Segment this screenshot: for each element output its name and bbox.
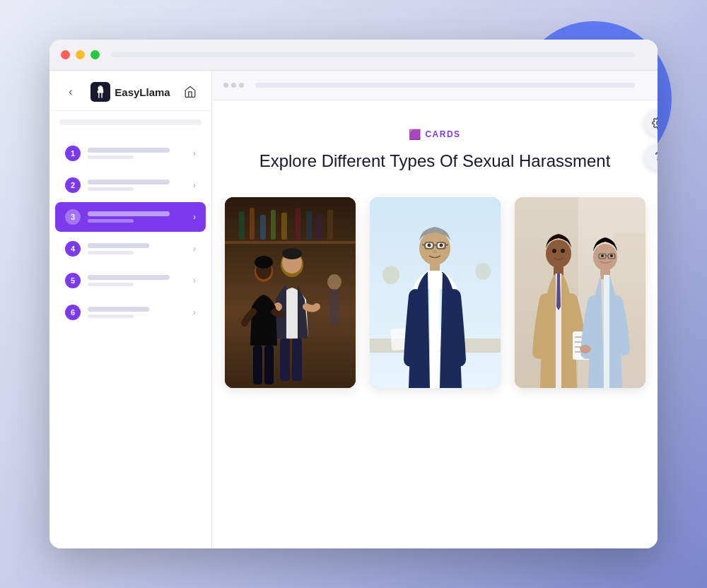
- traffic-lights: [61, 50, 100, 59]
- item-4-line-sub: [88, 251, 134, 254]
- content-panel: 🟪 CARDS Explore Different Types Of Sexua…: [212, 71, 658, 548]
- svg-point-45: [475, 263, 491, 280]
- svg-rect-13: [327, 210, 333, 240]
- chevron-icon-1: ›: [193, 148, 196, 158]
- item-1-line-sub: [88, 155, 134, 159]
- svg-rect-11: [306, 211, 312, 240]
- home-button[interactable]: [182, 83, 199, 100]
- card-3[interactable]: [515, 197, 645, 388]
- llama-icon: [90, 82, 110, 102]
- help-fab[interactable]: ?: [645, 143, 658, 170]
- gear-icon: [652, 117, 658, 129]
- item-3-line-sub: [88, 219, 134, 223]
- cards-grid: [247, 197, 622, 388]
- svg-point-2: [100, 86, 100, 87]
- sidebar-item-4[interactable]: 4 ›: [55, 234, 206, 264]
- item-5-content: [88, 275, 190, 286]
- svg-rect-7: [260, 215, 266, 240]
- item-number-5: 5: [65, 273, 81, 288]
- item-4-line-main: [88, 243, 149, 248]
- item-1-content: [88, 148, 190, 159]
- minimize-button[interactable]: [76, 50, 85, 59]
- item-number-4: 4: [65, 241, 81, 257]
- svg-point-64: [610, 254, 613, 257]
- svg-rect-43: [430, 271, 440, 388]
- svg-rect-10: [296, 208, 300, 240]
- svg-rect-24: [264, 346, 274, 384]
- sidebar-items: 1 › 2 ›: [49, 131, 211, 548]
- card-1-scene: [225, 197, 356, 388]
- item-1-line-main: [88, 148, 170, 153]
- svg-point-44: [382, 266, 399, 284]
- sidebar-search-bar[interactable]: [59, 119, 201, 125]
- sidebar-item-5[interactable]: 5 ›: [55, 266, 206, 295]
- card-3-scene: [515, 197, 645, 388]
- back-button[interactable]: ‹: [62, 83, 79, 100]
- svg-line-37: [422, 245, 425, 245]
- item-5-line-main: [88, 275, 170, 280]
- item-6-line-sub: [88, 314, 134, 318]
- browser-window: ‹ EasyLlama: [49, 40, 658, 548]
- sidebar-item-1[interactable]: 1 ›: [55, 139, 206, 168]
- svg-point-1: [99, 86, 102, 88]
- sidebar-item-6[interactable]: 6 ›: [55, 298, 206, 327]
- item-number-2: 2: [65, 177, 81, 193]
- sidebar: ‹ EasyLlama: [49, 71, 212, 548]
- item-number-6: 6: [65, 305, 81, 320]
- svg-point-63: [601, 254, 604, 257]
- chevron-icon-2: ›: [193, 180, 196, 190]
- maximize-button[interactable]: [90, 50, 100, 59]
- close-button[interactable]: [61, 50, 70, 59]
- sidebar-item-2[interactable]: 2 ›: [55, 170, 206, 200]
- svg-point-49: [546, 240, 571, 268]
- item-6-line-main: [88, 307, 149, 312]
- sidebar-header: ‹ EasyLlama: [49, 71, 211, 111]
- svg-point-51: [561, 249, 565, 253]
- svg-point-40: [439, 244, 443, 247]
- svg-rect-12: [317, 214, 322, 240]
- address-bar[interactable]: [111, 52, 635, 57]
- content-nav-bar: [212, 71, 658, 100]
- settings-fab[interactable]: [645, 110, 658, 136]
- item-number-3: 3: [65, 209, 81, 225]
- help-icon: ?: [655, 151, 658, 163]
- item-4-content: [88, 243, 190, 254]
- item-6-content: [88, 307, 190, 318]
- svg-point-59: [593, 244, 617, 271]
- svg-rect-19: [292, 339, 302, 381]
- nav-dot-2: [231, 83, 236, 88]
- card-2[interactable]: [370, 197, 501, 388]
- nav-dot-1: [223, 83, 228, 88]
- cards-heading: Explore Different Types Of Sexual Harass…: [259, 150, 611, 172]
- svg-rect-6: [250, 208, 255, 240]
- content-nav-address-bar[interactable]: [255, 83, 635, 88]
- svg-rect-5: [239, 211, 245, 240]
- svg-point-31: [419, 231, 450, 265]
- svg-point-22: [255, 256, 273, 269]
- svg-point-68: [657, 122, 658, 125]
- sidebar-logo: EasyLlama: [90, 82, 170, 102]
- svg-rect-9: [281, 213, 287, 240]
- card-2-scene: [370, 197, 501, 388]
- item-3-line-main: [88, 211, 170, 216]
- svg-rect-18: [280, 339, 290, 381]
- cards-label-container: 🟪 CARDS: [409, 129, 460, 140]
- svg-point-41: [433, 250, 437, 253]
- svg-rect-66: [604, 275, 609, 388]
- item-3-content: [88, 211, 190, 223]
- item-2-content: [88, 180, 190, 191]
- svg-rect-8: [271, 210, 276, 240]
- logo-text: EasyLlama: [115, 86, 170, 98]
- cards-icon: 🟪: [409, 129, 421, 140]
- card-1[interactable]: [225, 197, 356, 388]
- nav-dot-3: [239, 83, 244, 88]
- svg-point-50: [552, 249, 556, 253]
- cards-label-text: CARDS: [425, 129, 460, 139]
- svg-point-17: [282, 248, 302, 259]
- item-2-line-sub: [88, 187, 134, 191]
- svg-point-39: [427, 244, 431, 247]
- title-bar: [49, 40, 658, 71]
- svg-rect-23: [253, 346, 262, 384]
- sidebar-item-3[interactable]: 3 ›: [55, 202, 206, 232]
- chevron-icon-5: ›: [193, 276, 196, 286]
